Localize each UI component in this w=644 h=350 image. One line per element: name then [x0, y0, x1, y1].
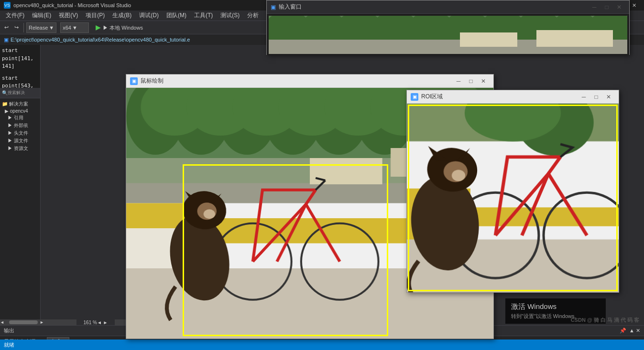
tree-item-solution[interactable]: 📁 解决方案	[1, 100, 39, 108]
release-label: Release	[29, 25, 48, 31]
status-text: 就绪	[4, 341, 14, 349]
console-output-area: start point[141, 141] start point[543, 2…	[0, 45, 40, 88]
run-icon: ▶	[96, 23, 101, 31]
menu-analyze[interactable]: 分析	[243, 11, 262, 21]
run-button[interactable]: ▶ ▶ 本地 Windows	[93, 23, 146, 32]
console-line-1: start point[141, 141]	[0, 45, 40, 73]
console-image-canvas	[269, 16, 627, 54]
left-panel: start point[141, 141] start point[543, 2…	[0, 45, 41, 325]
project-icon: ▣	[4, 37, 9, 43]
solution-tree: 📁 解决方案 ▶ opencv4 ▶ 引用 ▶ 外部依 ▶ 头文件 ▶ 源文件 …	[0, 98, 40, 154]
menu-edit[interactable]: 编辑(E)	[28, 11, 55, 21]
console-minimize-btn[interactable]: ─	[588, 2, 600, 12]
run-label: ▶ 本地 Windows	[103, 25, 143, 31]
activation-title: 激活 Windows	[511, 302, 600, 311]
console-close-btn[interactable]: ✕	[613, 2, 625, 12]
platform-label: x64	[63, 25, 71, 31]
roi-minimize-btn[interactable]: ─	[578, 92, 590, 102]
toolbar-sep1	[23, 23, 24, 32]
search-icon: 🔍	[2, 90, 8, 95]
mouse-draw-titlebar: ▣ 鼠标绘制 ─ □ ✕	[126, 74, 493, 88]
watermark-text: CSDN @ 骑 白 马 滴 代 码 客	[571, 317, 639, 323]
scroll-left-btn[interactable]: ◄	[0, 320, 4, 325]
tree-item-external[interactable]: ▶ 外部依	[1, 122, 39, 129]
vs-icon: VS	[4, 2, 11, 9]
csdn-watermark: CSDN @ 骑 白 马 滴 代 码 客	[571, 317, 639, 324]
output-controls[interactable]: ▲ ✕	[629, 328, 640, 334]
roi-maximize-btn[interactable]: □	[590, 92, 602, 102]
roi-titlebar: ▣ ROI区域 ─ □ ✕	[407, 90, 619, 104]
platform-chevron: ▼	[72, 25, 77, 31]
platform-dropdown[interactable]: x64 ▼	[60, 22, 89, 33]
zoom-arrows[interactable]: ◄ ►	[97, 320, 108, 325]
mouse-draw-maximize-btn[interactable]: □	[465, 76, 477, 86]
vs-main-window: VS opencv480_quick_tutorial - Microsoft …	[0, 0, 644, 350]
scrollbar-thumb[interactable]	[9, 320, 38, 324]
roi-window: ▣ ROI区域 ─ □ ✕	[406, 90, 619, 293]
console-icon: ▣	[271, 4, 276, 11]
tree-item-resources[interactable]: ▶ 资源文	[1, 145, 39, 152]
tree-item-refs[interactable]: ▶ 引用	[1, 114, 39, 122]
menu-view[interactable]: 视图(V)	[55, 11, 82, 21]
menu-test[interactable]: 测试(S)	[217, 11, 243, 21]
console-content	[267, 14, 629, 55]
mouse-draw-icon: ▣	[130, 77, 138, 85]
toolbar-undo[interactable]: ↩	[2, 22, 11, 33]
path-text: E:\project\opencv480_quick_tutorial\x64\…	[11, 37, 190, 42]
search-box-area: 🔍 搜索解决	[0, 88, 40, 98]
toolbar-redo[interactable]: ↪	[12, 22, 21, 33]
menu-debug[interactable]: 调试(D)	[135, 11, 163, 21]
output-panel-title: 输出	[4, 327, 14, 334]
roi-content	[407, 104, 619, 292]
zoom-value: 161 %	[84, 320, 97, 325]
roi-title: ROI区域	[421, 93, 578, 101]
mouse-draw-close-btn[interactable]: ✕	[477, 76, 490, 86]
mouse-draw-title: 鼠标绘制	[141, 77, 452, 85]
search-label: 搜索解决	[8, 90, 25, 96]
console-window: ▣ 输入窗口 ─ □ ✕	[266, 0, 630, 55]
console-title: 输入窗口	[279, 3, 302, 11]
scroll-right-btn[interactable]: ►	[40, 320, 44, 325]
console-titlebar: ▣ 输入窗口 ─ □ ✕	[267, 0, 629, 14]
console-maximize-btn[interactable]: □	[600, 2, 613, 12]
zoom-indicator: 161 % ◄ ►	[76, 319, 115, 325]
menu-file[interactable]: 文件(F)	[2, 11, 28, 21]
tree-item-opencv[interactable]: ▶ opencv4	[1, 108, 39, 114]
mouse-draw-minimize-btn[interactable]: ─	[452, 76, 465, 86]
release-dropdown[interactable]: Release ▼	[26, 22, 56, 33]
release-chevron: ▼	[49, 25, 54, 31]
menu-project[interactable]: 项目(P)	[82, 11, 109, 21]
menu-build[interactable]: 生成(B)	[109, 11, 135, 21]
output-pin-icon[interactable]: 📌	[620, 328, 626, 334]
roi-close-btn[interactable]: ✕	[602, 92, 615, 102]
console-line-2: start point[543, 216]	[0, 73, 40, 88]
menu-tools[interactable]: 工具(T)	[190, 11, 217, 21]
roi-scene-image	[407, 104, 619, 292]
roi-icon: ▣	[411, 93, 418, 101]
status-bar: 就绪	[0, 339, 644, 350]
menu-team[interactable]: 团队(M)	[163, 11, 190, 21]
tree-item-headers[interactable]: ▶ 头文件	[1, 129, 39, 137]
tree-item-sources[interactable]: ▶ 源文件	[1, 137, 39, 145]
